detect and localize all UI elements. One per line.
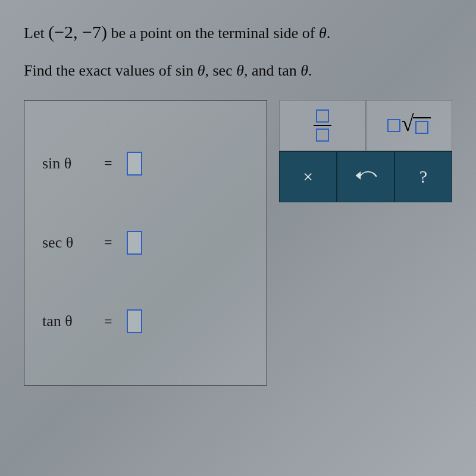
problem-line-1: Let (−2, −7) be a point on the terminal … — [24, 18, 452, 46]
close-button[interactable]: × — [279, 151, 337, 202]
help-icon: ? — [419, 167, 427, 187]
sec-text: sec — [213, 62, 233, 79]
sec-row: sec θ = — [42, 231, 249, 255]
text-find: Find the exact values of — [24, 62, 176, 79]
theta-symbol: θ — [198, 62, 205, 79]
sin-text: sin — [176, 62, 193, 79]
tan-label: tan θ — [42, 312, 90, 330]
theta-symbol: θ — [319, 24, 327, 42]
sin-label: sin θ — [42, 155, 90, 173]
fraction-button[interactable] — [279, 100, 365, 151]
sqrt-icon: √ — [387, 117, 431, 134]
problem-statement: Let (−2, −7) be a point on the terminal … — [24, 18, 452, 83]
sin-row: sin θ = — [42, 152, 249, 176]
sec-label: sec θ — [42, 234, 90, 252]
help-button[interactable]: ? — [394, 151, 452, 202]
tan-text: tan — [278, 62, 297, 79]
sec-input[interactable] — [127, 231, 142, 255]
close-icon: × — [303, 167, 313, 187]
equals-sign: = — [104, 234, 112, 250]
undo-icon — [353, 167, 378, 186]
text-terminal: be a point on the terminal side of — [107, 24, 319, 42]
comma: , — [205, 62, 213, 79]
comma: , and — [244, 62, 278, 79]
equals-sign: = — [104, 314, 112, 330]
sqrt-button[interactable]: √ — [366, 100, 452, 151]
equals-sign: = — [104, 155, 112, 171]
tan-row: tan θ = — [42, 309, 249, 333]
theta-symbol: θ — [236, 62, 244, 79]
math-toolbar: √ × ? — [279, 100, 452, 202]
period: . — [308, 62, 312, 79]
answer-panel: sin θ = sec θ = tan θ = — [24, 100, 267, 386]
undo-button[interactable] — [337, 151, 394, 202]
fraction-icon — [314, 109, 331, 142]
problem-line-2: Find the exact values of sin θ, sec θ, a… — [24, 58, 452, 83]
point-coords: (−2, −7) — [48, 22, 107, 42]
theta-symbol: θ — [300, 62, 308, 79]
period: . — [327, 24, 331, 42]
text-let: Let — [24, 24, 48, 42]
sin-input[interactable] — [127, 152, 142, 176]
tan-input[interactable] — [127, 309, 142, 333]
